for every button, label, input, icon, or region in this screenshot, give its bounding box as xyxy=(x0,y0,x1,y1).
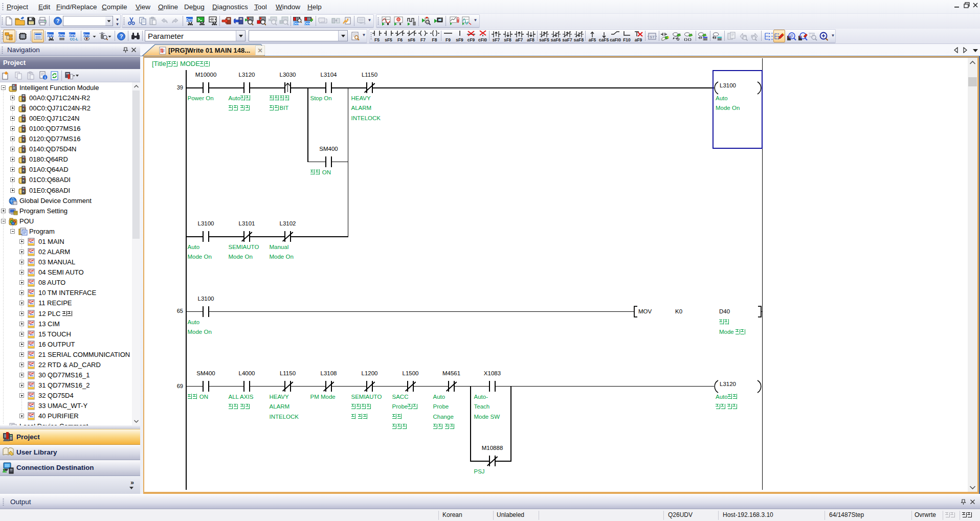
svg-text:Dev: Dev xyxy=(58,33,65,37)
svg-text:Dev: Dev xyxy=(304,21,310,25)
svg-text:?: ? xyxy=(119,33,123,39)
svg-text:Dev: Dev xyxy=(69,33,76,37)
svg-text:CC-L: CC-L xyxy=(70,37,78,41)
svg-text:ST: ST xyxy=(649,35,654,39)
svg-text:Dev: Dev xyxy=(293,21,299,25)
svg-text:Dev: Dev xyxy=(186,17,193,22)
svg-text:Dev: Dev xyxy=(83,33,90,37)
svg-text:Dev: Dev xyxy=(47,33,54,37)
svg-text:?: ? xyxy=(56,18,59,24)
